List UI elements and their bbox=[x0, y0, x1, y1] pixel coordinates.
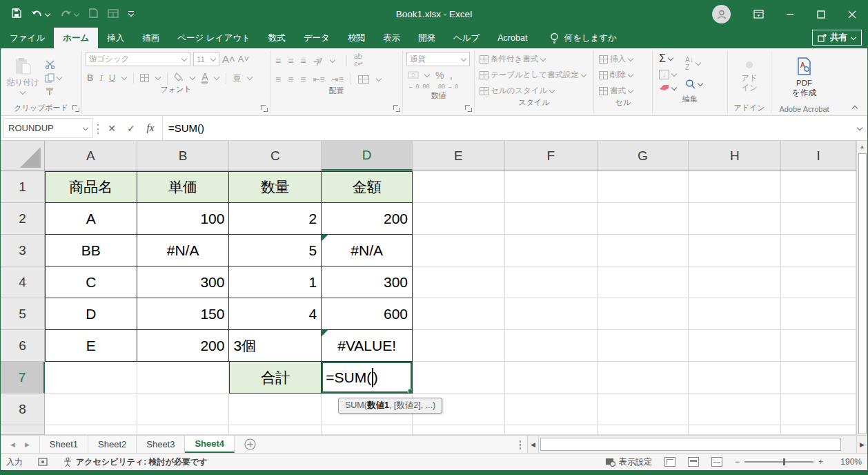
cell-C8[interactable] bbox=[229, 394, 322, 425]
cell-D2[interactable]: 200 bbox=[322, 203, 413, 235]
cell-C9[interactable] bbox=[229, 425, 322, 435]
cell-A6[interactable]: E bbox=[45, 330, 137, 362]
cell-B5[interactable]: 150 bbox=[137, 298, 230, 330]
ribbon-tab-0[interactable]: ファイル bbox=[1, 28, 54, 48]
cell-D6[interactable]: #VALUE! bbox=[322, 330, 413, 362]
cell-A7[interactable] bbox=[45, 362, 137, 394]
accessibility-status[interactable]: アクセシビリティ: 検討が必要です bbox=[63, 456, 207, 468]
insert-function-button[interactable]: fx bbox=[141, 119, 159, 138]
cell-I6[interactable] bbox=[781, 330, 856, 362]
row-header-8[interactable]: 8 bbox=[1, 394, 45, 425]
cell-C2[interactable]: 2 bbox=[229, 203, 322, 235]
insert-cells-button[interactable]: 挿入 bbox=[598, 53, 649, 65]
customize-qat-icon[interactable] bbox=[128, 11, 134, 17]
clear-dropdown-icon[interactable] bbox=[671, 86, 677, 91]
scroll-right-icon[interactable]: ▶ bbox=[856, 436, 867, 453]
cell-I7[interactable] bbox=[781, 362, 856, 394]
create-pdf-button[interactable]: A PDFを作成 bbox=[773, 50, 835, 104]
account-avatar[interactable] bbox=[712, 5, 731, 23]
cell-B8[interactable] bbox=[137, 394, 230, 425]
cell-B6[interactable]: 200 bbox=[137, 330, 230, 362]
fill-color-dropdown-icon[interactable] bbox=[190, 75, 195, 81]
paste-button[interactable]: 貼り付け bbox=[3, 50, 43, 102]
cell-F7[interactable] bbox=[505, 362, 598, 394]
accounting-format-icon[interactable] bbox=[408, 71, 419, 80]
ribbon-tab-4[interactable]: ページ レイアウト bbox=[168, 28, 259, 48]
cell-G8[interactable] bbox=[598, 394, 689, 425]
cell-H4[interactable] bbox=[689, 266, 781, 298]
copy-button[interactable] bbox=[43, 72, 63, 84]
align-top-icon[interactable]: ≡ bbox=[275, 56, 281, 66]
cell-C5[interactable]: 4 bbox=[229, 298, 322, 330]
cell-F4[interactable] bbox=[505, 266, 598, 298]
cell-I4[interactable] bbox=[781, 266, 856, 298]
ribbon-tab-11[interactable]: Acrobat bbox=[489, 28, 536, 48]
cancel-button[interactable]: ✕ bbox=[103, 119, 121, 138]
cell-I1[interactable] bbox=[781, 171, 856, 203]
cell-G5[interactable] bbox=[598, 298, 689, 330]
cell-E3[interactable] bbox=[413, 235, 505, 266]
cell-B4[interactable]: 300 bbox=[137, 266, 230, 298]
conditional-formatting-button[interactable]: 条件付き書式 bbox=[478, 53, 590, 65]
row-header-6[interactable]: 6 bbox=[1, 330, 45, 362]
comma-style-button[interactable]: , bbox=[449, 70, 452, 81]
cell-C7[interactable]: 合計 bbox=[229, 362, 322, 394]
cell-H1[interactable] bbox=[689, 171, 781, 203]
zoom-out-icon[interactable]: − bbox=[735, 457, 740, 467]
cell-A8[interactable] bbox=[45, 394, 137, 425]
sheetbar-resize-handle[interactable] bbox=[519, 440, 522, 449]
clear-button[interactable] bbox=[659, 84, 669, 93]
cell-D5[interactable]: 600 bbox=[322, 298, 413, 330]
maximize-button[interactable] bbox=[805, 1, 836, 28]
underline-button[interactable]: U bbox=[109, 73, 115, 82]
cell-D4[interactable]: 300 bbox=[322, 266, 413, 298]
namebox-resize-handle[interactable] bbox=[97, 123, 99, 134]
zoom-slider[interactable]: − + bbox=[735, 457, 823, 467]
cell-E7[interactable] bbox=[413, 362, 505, 394]
number-format-select[interactable]: 通貨 bbox=[406, 52, 470, 66]
cell-G1[interactable] bbox=[598, 171, 689, 203]
row-header-3[interactable]: 3 bbox=[1, 235, 45, 266]
new-sheet-button[interactable] bbox=[244, 436, 256, 453]
percent-style-button[interactable]: % bbox=[435, 70, 444, 80]
sheet-tab-sheet1[interactable]: Sheet1 bbox=[39, 436, 88, 453]
addins-button[interactable]: アドイン bbox=[730, 50, 769, 102]
orientation-dropdown-icon[interactable] bbox=[330, 58, 335, 64]
cell-E4[interactable] bbox=[413, 266, 505, 298]
cell-F8[interactable] bbox=[505, 394, 598, 425]
column-header-D[interactable]: D bbox=[322, 141, 413, 171]
share-button[interactable]: 共有 bbox=[812, 30, 862, 46]
close-button[interactable] bbox=[836, 1, 867, 28]
find-select-icon[interactable] bbox=[685, 79, 696, 90]
row-header-4[interactable]: 4 bbox=[1, 266, 45, 298]
fill-color-icon[interactable] bbox=[174, 72, 184, 83]
font-name-input[interactable]: 游ゴシック bbox=[86, 52, 190, 66]
vertical-scrollbar[interactable]: ▲ bbox=[856, 141, 867, 435]
merge-dropdown-icon[interactable] bbox=[376, 77, 382, 82]
ribbon-tab-6[interactable]: データ bbox=[295, 28, 339, 48]
horizontal-scrollbar[interactable]: ◀ ▶ bbox=[519, 436, 867, 453]
cut-button[interactable] bbox=[43, 59, 63, 70]
row-header-1[interactable]: 1 bbox=[1, 171, 45, 203]
delete-cells-button[interactable]: 削除 bbox=[598, 69, 649, 81]
format-as-table-button[interactable]: テーブルとして書式設定 bbox=[478, 69, 590, 81]
font-size-dropdown-icon[interactable] bbox=[210, 57, 216, 62]
cell-styles-button[interactable]: セルのスタイル bbox=[478, 85, 590, 97]
save-icon[interactable] bbox=[12, 8, 21, 21]
cell-G9[interactable] bbox=[598, 425, 689, 435]
tell-me-box[interactable]: 何をしますか bbox=[550, 28, 616, 48]
row-header-7[interactable]: 7 bbox=[1, 362, 45, 394]
zoom-level[interactable]: 190% bbox=[836, 457, 862, 467]
ribbon-tab-9[interactable]: 開発 bbox=[409, 28, 444, 48]
form-icon[interactable] bbox=[108, 8, 119, 21]
sheet-tab-sheet2[interactable]: Sheet2 bbox=[88, 436, 137, 453]
column-header-I[interactable]: I bbox=[781, 141, 856, 171]
select-all-corner[interactable] bbox=[1, 141, 45, 171]
cell-A4[interactable]: C bbox=[45, 266, 137, 298]
cell-E2[interactable] bbox=[413, 203, 505, 235]
clipboard-dialog-launcher[interactable] bbox=[72, 105, 79, 112]
number-dialog-launcher[interactable] bbox=[465, 105, 472, 112]
zoom-thumb[interactable] bbox=[783, 458, 785, 465]
scroll-left-icon[interactable]: ◀ bbox=[527, 436, 538, 453]
bold-button[interactable]: B bbox=[87, 73, 93, 82]
